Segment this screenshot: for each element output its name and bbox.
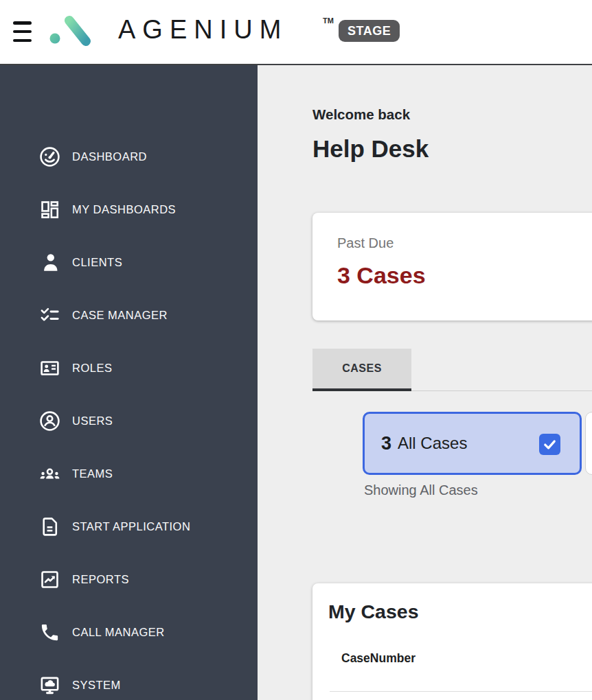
sidebar-item-system[interactable]: SYSTEM [0, 659, 258, 700]
tab-cases-label: CASES [342, 362, 382, 375]
gauge-icon [39, 146, 60, 167]
next-filter-card-partial[interactable] [585, 412, 592, 475]
sidebar-item-my-dashboards[interactable]: MY DASHBOARDS [0, 183, 258, 236]
tab-cases[interactable]: CASES [312, 349, 411, 391]
top-header: AGENIUM TM STAGE [0, 0, 592, 64]
all-cases-filter-card[interactable]: 3 All Cases [363, 412, 582, 475]
all-cases-label: All Cases [398, 434, 467, 453]
sidebar-item-label: CASE MANAGER [72, 309, 168, 322]
dashboard-grid-icon [39, 199, 60, 220]
checklist-icon [39, 305, 60, 326]
brand-wordmark: AGENIUM [118, 15, 288, 45]
app-window: AGENIUM TM STAGE DASHBOARD [0, 0, 592, 700]
page-title: Help Desk [312, 135, 429, 163]
table-divider [330, 691, 592, 692]
sidebar-item-dashboard[interactable]: DASHBOARD [0, 130, 258, 183]
badge-card-icon [39, 358, 60, 379]
person-icon [39, 252, 60, 273]
sidebar-item-start-application[interactable]: START APPLICATION [0, 500, 258, 553]
trademark-symbol: TM [323, 16, 334, 25]
sidebar: DASHBOARD MY DASHBOARDS [0, 65, 258, 700]
sidebar-item-users[interactable]: USERS [0, 395, 258, 447]
column-header-casenumber: CaseNumber [341, 651, 415, 666]
my-cases-card: My Cases CaseNumber [312, 583, 592, 700]
main-content: Welcome back Help Desk Past Due 3 Cases … [258, 65, 592, 700]
document-icon [39, 516, 60, 537]
chart-box-icon [39, 569, 60, 590]
past-due-label: Past Due [337, 235, 590, 251]
my-cases-title: My Cases [328, 600, 419, 623]
sidebar-item-label: START APPLICATION [72, 520, 190, 533]
past-due-value: 3 Cases [337, 262, 590, 289]
account-circle-icon [39, 410, 60, 432]
welcome-text: Welcome back [312, 106, 410, 123]
filter-caption: Showing All Cases [364, 482, 478, 498]
stage-environment-badge: STAGE [339, 20, 400, 42]
all-cases-checkbox[interactable] [539, 434, 560, 455]
past-due-card[interactable]: Past Due 3 Cases [312, 213, 592, 320]
sidebar-item-label: TEAMS [72, 467, 113, 480]
agenium-logo-icon [45, 14, 92, 49]
sidebar-item-label: MY DASHBOARDS [72, 203, 176, 216]
sidebar-item-label: USERS [72, 415, 113, 428]
sidebar-item-label: SYSTEM [72, 679, 121, 692]
checkmark-icon [542, 436, 558, 452]
sidebar-item-label: REPORTS [72, 573, 129, 586]
hamburger-menu-icon[interactable] [13, 21, 32, 42]
all-cases-count: 3 [381, 433, 391, 454]
phone-icon [39, 622, 60, 643]
sidebar-item-reports[interactable]: REPORTS [0, 553, 258, 606]
sidebar-item-teams[interactable]: TEAMS [0, 447, 258, 500]
sidebar-item-label: ROLES [72, 362, 112, 375]
sidebar-item-call-manager[interactable]: CALL MANAGER [0, 606, 258, 659]
sidebar-item-case-manager[interactable]: CASE MANAGER [0, 289, 258, 342]
sidebar-item-label: CLIENTS [72, 256, 122, 269]
sidebar-item-label: DASHBOARD [72, 150, 147, 163]
sidebar-item-label: CALL MANAGER [72, 626, 165, 639]
groups-icon [39, 463, 60, 485]
monitor-cloud-icon [39, 675, 60, 696]
sidebar-item-roles[interactable]: ROLES [0, 342, 258, 395]
tab-strip: CASES [312, 349, 592, 391]
sidebar-item-clients[interactable]: CLIENTS [0, 236, 258, 289]
